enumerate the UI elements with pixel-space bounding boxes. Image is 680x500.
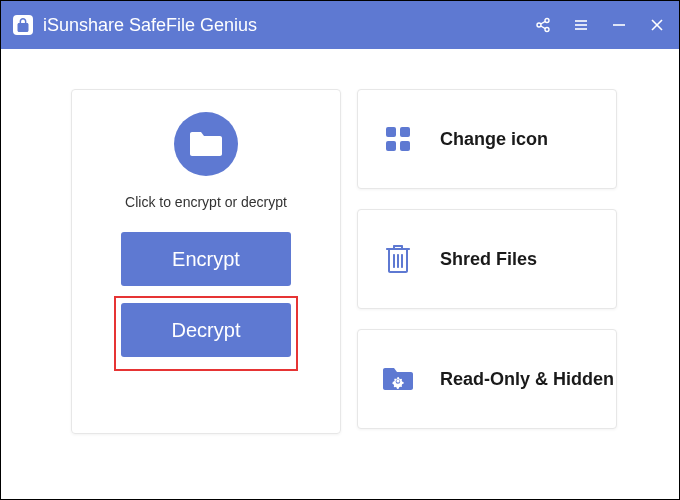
change-icon-card[interactable]: Change icon	[357, 89, 617, 189]
folder-gear-icon	[382, 363, 414, 395]
folder-icon	[174, 112, 238, 176]
svg-rect-11	[386, 127, 396, 137]
read-only-hidden-label: Read-Only & Hidden	[440, 368, 614, 391]
svg-point-15	[396, 379, 399, 382]
encrypt-decrypt-panel: Click to encrypt or decrypt Encrypt Decr…	[71, 89, 341, 434]
minimize-button[interactable]	[611, 17, 627, 33]
feature-column: Change icon Shred Files Read-Only & Hidd…	[357, 89, 617, 434]
encrypt-decrypt-hint: Click to encrypt or decrypt	[125, 194, 287, 210]
close-button[interactable]	[649, 17, 665, 33]
shred-files-label: Shred Files	[440, 248, 537, 271]
change-icon-label: Change icon	[440, 128, 548, 151]
svg-point-1	[537, 23, 541, 27]
menu-icon[interactable]	[573, 17, 589, 33]
app-title: iSunshare SafeFile Genius	[43, 15, 535, 36]
svg-rect-12	[400, 127, 410, 137]
shred-files-card[interactable]: Shred Files	[357, 209, 617, 309]
decrypt-button[interactable]: Decrypt	[121, 303, 291, 357]
content-area: Click to encrypt or decrypt Encrypt Decr…	[1, 49, 679, 464]
app-lock-icon	[13, 15, 33, 35]
grid-icon	[382, 123, 414, 155]
share-icon[interactable]	[535, 17, 551, 33]
trash-icon	[382, 243, 414, 275]
window-controls	[535, 17, 665, 33]
svg-point-2	[545, 28, 549, 32]
encrypt-button[interactable]: Encrypt	[121, 232, 291, 286]
svg-line-3	[541, 21, 546, 24]
svg-point-0	[545, 19, 549, 23]
svg-rect-14	[400, 141, 410, 151]
svg-line-4	[541, 26, 546, 29]
decrypt-highlight-box: Decrypt	[114, 296, 298, 371]
titlebar: iSunshare SafeFile Genius	[1, 1, 679, 49]
svg-rect-13	[386, 141, 396, 151]
read-only-hidden-card[interactable]: Read-Only & Hidden	[357, 329, 617, 429]
